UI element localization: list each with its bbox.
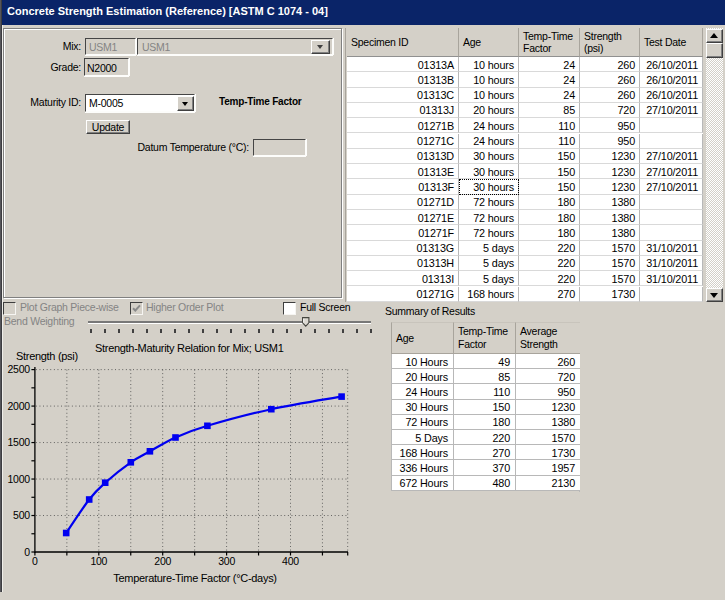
- svg-text:1500: 1500: [8, 436, 31, 448]
- svg-text:0: 0: [32, 555, 38, 567]
- svg-text:Temperature-Time Factor (°C-da: Temperature-Time Factor (°C-days): [113, 572, 276, 584]
- svg-text:500: 500: [13, 509, 30, 521]
- svg-text:2000: 2000: [8, 400, 31, 412]
- svg-text:0: 0: [24, 546, 30, 558]
- svg-text:300: 300: [218, 555, 235, 567]
- svg-text:200: 200: [154, 555, 171, 567]
- svg-text:400: 400: [282, 555, 299, 567]
- svg-text:Strength (psi): Strength (psi): [16, 350, 78, 362]
- svg-text:2500: 2500: [8, 363, 31, 375]
- svg-text:Strength-Maturity Relation for: Strength-Maturity Relation for Mix; USM1: [95, 342, 284, 354]
- svg-text:100: 100: [90, 555, 107, 567]
- svg-text:1000: 1000: [8, 473, 31, 485]
